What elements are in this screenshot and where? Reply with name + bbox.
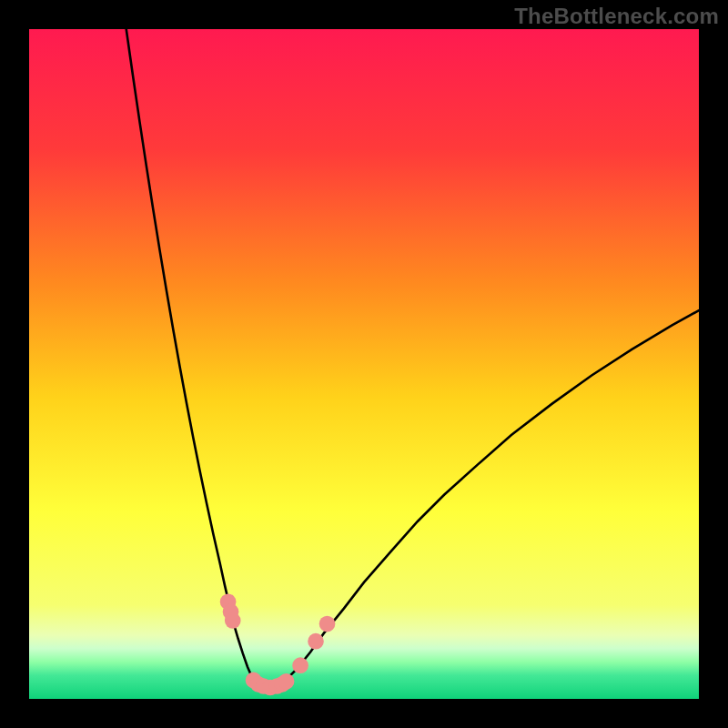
plot-background [29,29,699,699]
trough-marker [225,612,241,629]
bottleneck-chart [0,0,728,728]
trough-marker [319,616,336,632]
trough-marker [308,633,324,650]
trough-marker [292,657,308,673]
trough-marker [278,673,295,690]
chart-frame: TheBottleneck.com [0,0,728,728]
